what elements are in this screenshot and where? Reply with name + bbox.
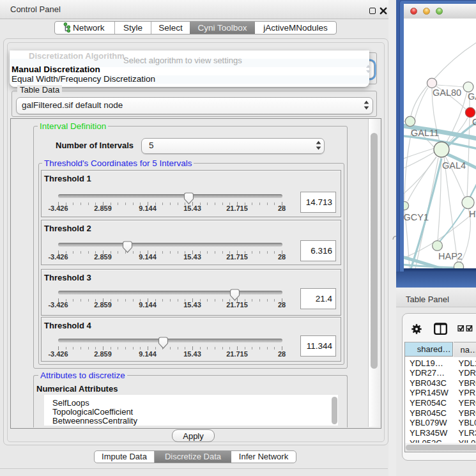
svg-text:GCY1: GCY1 <box>404 212 429 222</box>
svg-text:GAL11: GAL11 <box>411 128 439 138</box>
svg-text:GAL4: GAL4 <box>442 160 466 171</box>
svg-text:CD: CD <box>472 117 476 127</box>
svg-text:HAP2: HAP2 <box>438 251 463 261</box>
svg-text:GAL3: GAL3 <box>468 91 476 102</box>
svg-text:H: H <box>469 209 475 219</box>
svg-text:GAL80: GAL80 <box>433 88 461 98</box>
